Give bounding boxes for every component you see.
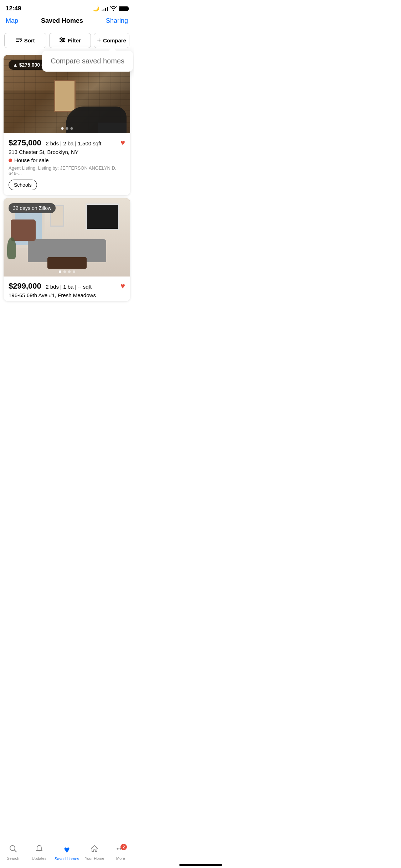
sort-button[interactable]: Sort bbox=[4, 33, 46, 48]
dot2-1 bbox=[59, 270, 61, 273]
listing-card-2[interactable]: 32 days on Zillow $299,000 2 bds | 1 ba … bbox=[4, 198, 130, 301]
days-badge-text: 32 days on Zillow bbox=[13, 205, 51, 211]
compare-button[interactable]: + Compare bbox=[94, 33, 129, 48]
signal-icon bbox=[102, 6, 108, 11]
listing-details-1: 2 bds | 2 ba | 1,500 sqft bbox=[46, 140, 101, 146]
listing-type: House for sale bbox=[14, 157, 49, 163]
dot2-4 bbox=[73, 270, 75, 273]
dot-2 bbox=[66, 127, 68, 130]
schools-button[interactable]: Schools bbox=[9, 180, 37, 190]
sort-label: Sort bbox=[24, 37, 35, 43]
svg-point-6 bbox=[61, 38, 62, 39]
filter-label: Filter bbox=[68, 37, 81, 43]
dot-3 bbox=[70, 127, 73, 130]
compare-plus-icon: + bbox=[97, 37, 101, 44]
listing-details-2: 2 bds | 1 ba | -- sqft bbox=[46, 284, 92, 290]
dot-1 bbox=[61, 127, 63, 130]
image-dots-2 bbox=[59, 270, 75, 273]
listing-address-1: 213 Chester St, Brooklyn, NY bbox=[9, 149, 125, 155]
page-title: Saved Homes bbox=[41, 17, 83, 25]
type-dot bbox=[9, 159, 12, 162]
listing-image-2: 32 days on Zillow bbox=[4, 198, 130, 277]
favorite-heart-1[interactable]: ♥ bbox=[120, 138, 125, 148]
favorite-heart-2[interactable]: ♥ bbox=[120, 281, 125, 291]
status-icons: 🌙 bbox=[93, 5, 128, 12]
listing-card-1[interactable]: ▲ $275,000 (May 25) $275,000 2 bds | 2 b… bbox=[4, 55, 130, 195]
filter-button[interactable]: Filter bbox=[49, 33, 91, 48]
listing-price-1: $275,000 bbox=[9, 138, 41, 147]
filter-icon bbox=[59, 37, 66, 44]
compare-tooltip-text: Compare saved homes bbox=[51, 57, 124, 65]
listing-price-2: $299,000 bbox=[9, 281, 41, 290]
listing-info-1: $275,000 2 bds | 2 ba | 1,500 sqft ♥ 213… bbox=[4, 133, 130, 195]
sharing-button[interactable]: Sharing bbox=[106, 17, 128, 25]
dot2-2 bbox=[63, 270, 66, 273]
schools-label: Schools bbox=[14, 182, 32, 188]
compare-label: Compare bbox=[103, 37, 126, 43]
battery-icon bbox=[119, 6, 128, 11]
toolbar: Sort Filter + Compare Compare saved home… bbox=[0, 29, 134, 52]
image-dots-1 bbox=[61, 127, 73, 130]
listing-price-details-2: $299,000 2 bds | 1 ba | -- sqft bbox=[9, 281, 92, 291]
days-badge: 32 days on Zillow bbox=[9, 203, 56, 213]
listing-info-2: $299,000 2 bds | 1 ba | -- sqft ♥ 196-65… bbox=[4, 277, 130, 301]
listings-scroll-area: ▲ $275,000 (May 25) $275,000 2 bds | 2 b… bbox=[0, 55, 134, 336]
dot2-3 bbox=[68, 270, 71, 273]
svg-point-7 bbox=[63, 39, 64, 41]
listing-agent: Agent Listing, Listing by: JEFFERSON ANG… bbox=[9, 165, 125, 176]
wifi-icon bbox=[110, 6, 117, 12]
listing-price-details: $275,000 2 bds | 2 ba | 1,500 sqft bbox=[9, 138, 101, 148]
map-button[interactable]: Map bbox=[6, 17, 18, 25]
status-bar: 12:49 🌙 bbox=[0, 0, 134, 15]
listing-address-2: 196-65 69th Ave #1, Fresh Meadows bbox=[9, 292, 125, 298]
moon-icon: 🌙 bbox=[93, 5, 99, 12]
listing-price-row-1: $275,000 2 bds | 2 ba | 1,500 sqft ♥ bbox=[9, 138, 125, 148]
compare-tooltip: Compare saved homes bbox=[42, 51, 133, 72]
sort-icon bbox=[16, 37, 22, 44]
status-time: 12:49 bbox=[6, 5, 21, 12]
listing-price-row-2: $299,000 2 bds | 1 ba | -- sqft ♥ bbox=[9, 281, 125, 291]
svg-point-8 bbox=[61, 41, 62, 42]
listing-type-row: House for sale bbox=[9, 157, 125, 163]
header: Map Saved Homes Sharing bbox=[0, 15, 134, 29]
